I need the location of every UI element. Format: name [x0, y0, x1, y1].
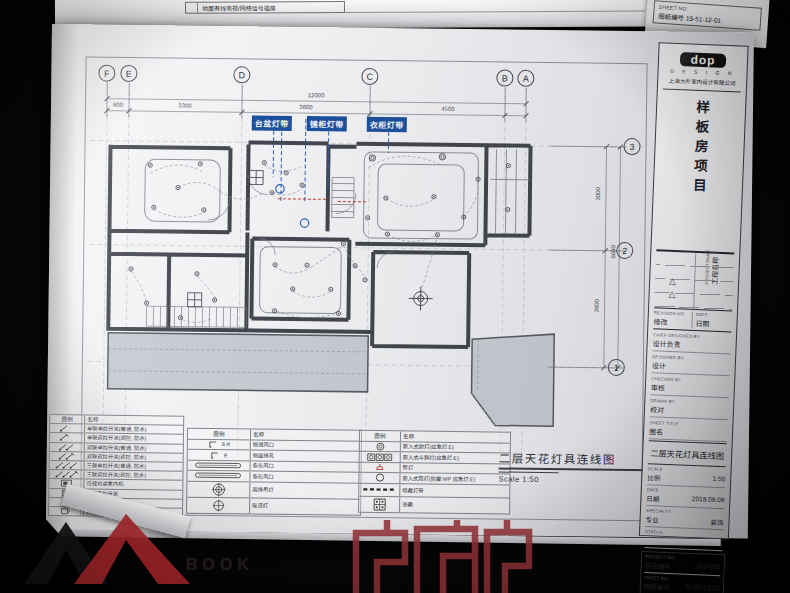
side-exhaust-vent-icon: E [188, 450, 251, 460]
grid-bubble-b: B [496, 69, 513, 86]
dim-overall-vertical: 6600 [610, 234, 616, 270]
field-sheet-title: SHEET TITLE图名 [649, 417, 728, 442]
legend-header-symbol: 图例 [360, 431, 401, 441]
switch-single-1gang-icon [50, 424, 85, 433]
previous-page-legend-text: 地面有线电视/网络信号插座 [202, 3, 276, 12]
dim-overall-horizontal: 12000 [291, 92, 341, 99]
callout-mirror-strip: 镜柜灯带 [307, 116, 347, 131]
switch-double-1gang-icon [50, 433, 85, 442]
project-name-label: PROJECT NAME 工程名称 [656, 205, 736, 254]
drawing-caption: 二层天花灯具连线图 Scale 1:50 [498, 449, 650, 485]
blue-ring-1 [276, 185, 285, 194]
linear-vent-icon [188, 460, 251, 470]
cove-light-strip-icon [359, 483, 400, 496]
dim-segment: 4500 [428, 106, 468, 112]
balcony-right [471, 333, 554, 426]
info-project-no: PROJECT NO.项目编号dop-001 [644, 552, 721, 576]
pendant-symbol [409, 286, 433, 310]
legend-header-symbol: 图例 [188, 429, 251, 439]
info-status: STATUS.阶段施工图 [644, 527, 723, 551]
dim-segment-vertical: 3600 [593, 288, 599, 324]
legend-header-symbol: 图例 [50, 415, 85, 424]
blue-ring-2 [300, 219, 309, 228]
grid-bubble-3: 3 [623, 138, 640, 155]
drawing-sheet: F E D C B A 3 2 1 12000 600 3300 3600 45… [46, 24, 754, 539]
dim-segment: 3600 [286, 104, 326, 110]
sheet-title-value: 二层天花灯具连线图 [648, 440, 727, 467]
stairs [332, 177, 354, 217]
grid-bubble-1: 1 [608, 359, 625, 376]
linear-vent-icon [187, 471, 250, 481]
previous-page-legend-fragment: 地面有线电视/网络信号插座 [185, 1, 345, 14]
callout-wardrobe-strip: 衣柜灯带 [367, 117, 407, 132]
title-block: dop D E S I G N 上海大朴室内设计有限公司 样板房项目 PROJE… [639, 42, 749, 539]
bath-heater-icon [359, 496, 400, 511]
dim-segment: 3300 [165, 102, 205, 108]
wall-lamp-icon [360, 462, 401, 472]
project-title: 样板房项目 [658, 89, 741, 208]
legend-header-name: 名称 [401, 432, 510, 441]
closet-lines [489, 149, 530, 233]
grid-bubble-e: E [120, 65, 137, 82]
field-chief-designer: CHIEF DESIGNED BY.设计负责 [652, 329, 731, 354]
previous-page-rule [345, 10, 645, 13]
legend-table-lights: 图例名称 嵌入式射灯(应急灯:E) 嵌入式斗胆灯(应急灯:E) 壁灯 嵌入式筒灯… [358, 430, 511, 514]
pendant-lamp-icon [187, 481, 250, 497]
field-designer: DESIGNED BY.设计 [651, 351, 730, 376]
wardrobe-hatch [146, 306, 246, 327]
grid-bubble-a: A [517, 70, 534, 87]
legend-header-name: 名称 [251, 430, 361, 439]
dimension-lines [104, 83, 627, 368]
grid-bubble-f: F [98, 65, 115, 82]
balcony-left [108, 333, 369, 392]
recessed-downlight-icon [359, 473, 400, 483]
info-endbox: PROJECT NO.项目编号dop-001 SHEET NO.图纸编号ID-5… [640, 551, 726, 593]
drawing-scale: Scale 1:50 [498, 471, 558, 484]
red-dashed-lines [278, 199, 366, 202]
switch-single-3gang-icon [50, 461, 85, 470]
dop-logo: dop [680, 52, 727, 68]
grid-bubble-2: 2 [616, 242, 633, 259]
dim-segment-vertical: 3000 [595, 176, 601, 212]
recessed-spotlight-icon [360, 441, 401, 451]
field-checker: CHECKED BY.审核 [651, 373, 730, 398]
previous-page-sheetno-box: SHEET NO. 图纸编号 19-51-12-01 [653, 0, 762, 30]
switch-double-3gang-icon [49, 470, 84, 479]
side-supply-vent-icon: S R [188, 439, 251, 449]
mbook-logo-text: BOOK [186, 556, 254, 574]
grid-bubble-c: C [361, 68, 378, 85]
mbook-logo-red-peak [74, 514, 190, 584]
logo-subtitle: D E S I G N [663, 67, 741, 76]
dim-segment: 600 [98, 102, 138, 108]
revision-table: △ △ [654, 251, 734, 311]
red-seal-watermark [347, 520, 535, 593]
recessed-multi-spot-icon [360, 452, 401, 462]
revision-triangle-icon: △ [668, 289, 675, 299]
mbook-logo [16, 502, 286, 593]
callout-basin-strip: 台盆灯带 [252, 115, 292, 130]
switch-single-2gang-icon [50, 443, 85, 452]
company-name: 上海大朴室内设计有限公司 [663, 76, 741, 87]
switch-double-2gang-icon [50, 452, 85, 461]
revision-triangle-icon: △ [669, 276, 676, 286]
light-symbols [128, 150, 510, 324]
photo-of-drawing-book: 地面有线电视/网络信号插座 SHEET NO. 图纸编号 19-51-12-01 [0, 0, 790, 593]
legend-header-name: 名称 [85, 416, 183, 425]
drawing-title: 二层天花灯具连线图 [499, 449, 651, 471]
info-sheet-no: SHEET NO.图纸编号ID-52-L2-01 [644, 573, 721, 593]
field-drafter: DRAWN BY.校对 [650, 395, 729, 420]
grid-bubble-d: D [233, 66, 250, 83]
